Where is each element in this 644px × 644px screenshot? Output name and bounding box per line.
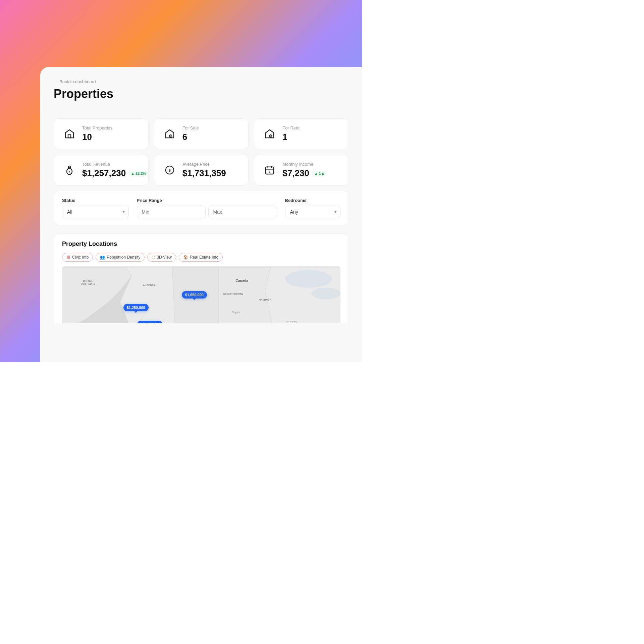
stat-card-average-price: $ Average Price $1,731,359: [154, 155, 249, 185]
house-tag-icon: 🏠: [183, 255, 188, 260]
svg-text:$: $: [269, 171, 270, 173]
svg-point-21: [312, 287, 340, 299]
svg-text:Canada: Canada: [235, 279, 248, 282]
map-tag-civic-info[interactable]: 🏛 Civic Info: [62, 253, 93, 262]
status-select-wrapper: All For Sale For Rent Sold ▾: [62, 206, 129, 218]
svg-marker-18: [219, 267, 274, 323]
map-tag-population-density[interactable]: 👥 Population Density: [96, 253, 145, 262]
map-tag-real-estate-info-label: Real Estate Info: [190, 255, 218, 260]
revenue-badge: ▲ 22.2%: [128, 171, 148, 176]
page-title: Properties: [54, 87, 349, 101]
stats-row-2: $ Total Revenue $1,257,230 ▲ 22.2% $: [54, 155, 349, 185]
svg-text:$: $: [69, 170, 70, 173]
stat-label-for-rent: For Rent: [282, 125, 300, 130]
stat-info-for-sale: For Sale 6: [182, 125, 199, 142]
price-range-filter-group: Price Range: [137, 198, 277, 218]
map-tag-3d-view-label: 3D View: [157, 255, 171, 260]
stat-value-row-total-properties: 10: [82, 132, 112, 142]
svg-text:Winnipeg: Winnipeg: [286, 320, 297, 323]
back-to-dashboard-link[interactable]: ← Back to dashboard: [54, 79, 349, 84]
status-select[interactable]: All For Sale For Rent Sold: [62, 206, 129, 218]
svg-text:MANITOBA: MANITOBA: [259, 299, 271, 301]
stat-label-monthly-income: Monthly Income: [282, 162, 326, 167]
locations-header: Property Locations: [62, 240, 340, 248]
map-tags: 🏛 Civic Info 👥 Population Density ⬡ 3D V…: [62, 253, 340, 262]
stat-info-average-price: Average Price $1,731,359: [182, 162, 226, 178]
main-content: ← Back to dashboard Properties Total Pro…: [54, 79, 349, 323]
stat-card-monthly-income: $ Monthly Income $7,230 ▲ 1 p: [254, 155, 349, 185]
svg-text:BRITISH: BRITISH: [83, 279, 93, 282]
status-filter-group: Status All For Sale For Rent Sold ▾: [62, 198, 129, 218]
stat-value-for-sale: 6: [182, 132, 187, 142]
stat-value-total-properties: 10: [82, 132, 92, 142]
price-inputs: [137, 206, 277, 218]
locations-title: Property Locations: [62, 240, 117, 248]
stat-info-monthly-income: Monthly Income $7,230 ▲ 1 p: [282, 162, 326, 178]
filters-section: Status All For Sale For Rent Sold ▾ Pric…: [54, 191, 349, 225]
stat-value-row-for-rent: 1: [282, 132, 300, 142]
svg-text:COLUMBIA: COLUMBIA: [81, 283, 95, 286]
stat-value-row-total-revenue: $1,257,230 ▲ 22.2%: [82, 168, 140, 178]
bedrooms-filter-label: Bedrooms: [285, 198, 340, 203]
stats-row-1: Total Properties 10 $ For Sale: [54, 118, 349, 149]
stat-info-total-properties: Total Properties 10: [82, 125, 112, 142]
chevron-left-icon: ←: [54, 79, 58, 84]
map-tag-civic-info-label: Civic Info: [72, 255, 89, 260]
price-max-input[interactable]: [208, 206, 277, 218]
svg-text:$: $: [270, 135, 271, 137]
map-tag-population-density-label: Population Density: [107, 255, 140, 260]
price-pin-3[interactable]: $1,450,000: [137, 321, 162, 323]
stat-label-total-revenue: Total Revenue: [82, 162, 140, 167]
stat-value-monthly-income: $7,230: [282, 168, 309, 178]
home-rent-icon: $: [262, 126, 277, 141]
calendar-money-icon: $: [262, 163, 277, 177]
stat-value-row-average-price: $1,731,359: [182, 168, 226, 178]
stat-card-total-properties: Total Properties 10: [54, 118, 149, 149]
price-pin-2[interactable]: $1,650,000: [182, 291, 207, 299]
money-bag-icon: $: [62, 163, 77, 177]
building-icon: 🏛: [66, 255, 70, 260]
stat-value-row-monthly-income: $7,230 ▲ 1 p: [282, 168, 326, 178]
map-container: BRITISH COLUMBIA ALBERTA Edmonton SASKAT…: [62, 266, 340, 323]
stat-label-for-sale: For Sale: [182, 125, 199, 130]
status-filter-label: Status: [62, 198, 129, 203]
svg-text:Regina: Regina: [232, 311, 240, 314]
stat-card-total-revenue: $ Total Revenue $1,257,230 ▲ 22.2%: [54, 155, 149, 185]
stat-card-for-sale: $ For Sale 6: [154, 118, 249, 149]
home-icon: [62, 126, 77, 141]
map-tag-real-estate-info[interactable]: 🏠 Real Estate Info: [179, 253, 223, 262]
stat-label-total-properties: Total Properties: [82, 125, 112, 130]
stat-value-for-rent: 1: [282, 132, 287, 142]
income-badge: ▲ 1 p: [312, 171, 327, 176]
stat-info-total-revenue: Total Revenue $1,257,230 ▲ 22.2%: [82, 162, 140, 178]
home-sale-icon: $: [162, 126, 177, 141]
stat-value-total-revenue: $1,257,230: [82, 168, 126, 178]
stat-info-for-rent: For Rent 1: [282, 125, 300, 142]
people-icon: 👥: [100, 255, 105, 260]
cube-icon: ⬡: [152, 255, 155, 260]
bedrooms-filter-group: Bedrooms Any 1 2 3 4 5+ ▾: [285, 198, 340, 218]
price-min-input[interactable]: [137, 206, 206, 218]
filters-row: Status All For Sale For Rent Sold ▾ Pric…: [62, 198, 340, 218]
price-pin-1[interactable]: $1,250,000: [123, 304, 149, 311]
price-range-filter-label: Price Range: [137, 198, 277, 203]
svg-rect-0: [68, 135, 71, 138]
svg-text:$: $: [168, 168, 170, 172]
bedrooms-select-wrapper: Any 1 2 3 4 5+ ▾: [285, 206, 340, 218]
locations-section: Property Locations 🏛 Civic Info 👥 Popula…: [54, 233, 349, 323]
svg-point-20: [285, 270, 332, 288]
back-label: Back to dashboard: [59, 79, 96, 84]
stat-value-average-price: $1,731,359: [182, 168, 226, 178]
stat-value-row-for-sale: 6: [182, 132, 199, 142]
map-tag-3d-view[interactable]: ⬡ 3D View: [147, 253, 176, 262]
svg-text:$: $: [170, 135, 171, 137]
svg-text:ALBERTA: ALBERTA: [143, 284, 155, 287]
stat-label-average-price: Average Price: [182, 162, 226, 167]
price-icon: $: [162, 163, 177, 177]
main-card: ← Back to dashboard Properties Total Pro…: [40, 67, 362, 362]
bedrooms-select[interactable]: Any 1 2 3 4 5+: [285, 206, 340, 218]
stat-card-for-rent: $ For Rent 1: [254, 118, 349, 149]
svg-text:SASKATCHEWAN: SASKATCHEWAN: [223, 293, 243, 295]
